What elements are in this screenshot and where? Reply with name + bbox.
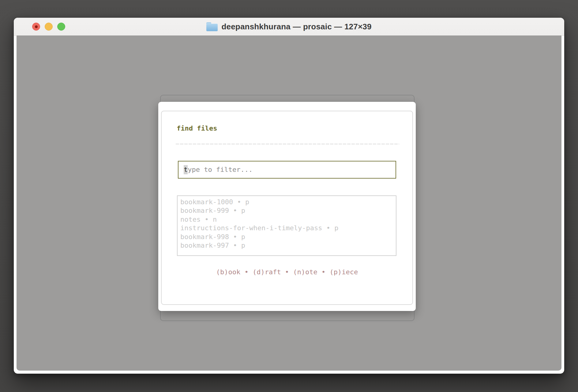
results-list: bookmark-1000 • p bookmark-999 • p notes… [177, 195, 396, 256]
result-row[interactable]: bookmark-998 • p [180, 233, 393, 241]
close-button[interactable] [32, 23, 40, 31]
folder-icon [206, 22, 218, 31]
terminal-window: deepanshkhurana — prosaic — 127×39 find … [14, 18, 564, 374]
window-title: deepanshkhurana — prosaic — 127×39 [221, 22, 371, 31]
folder-icon-body [206, 24, 218, 31]
title-bar[interactable]: deepanshkhurana — prosaic — 127×39 [14, 18, 564, 36]
terminal-screen: find files type to filter... bookmark-10… [17, 35, 561, 371]
result-row[interactable]: bookmark-1000 • p [180, 198, 393, 206]
minimize-button[interactable] [45, 23, 53, 31]
unsaved-changes-dot [35, 25, 38, 28]
desktop-background: deepanshkhurana — prosaic — 127×39 find … [0, 0, 578, 392]
separator-line [176, 144, 399, 144]
modal-title: find files [177, 124, 217, 133]
text-cursor: t [184, 165, 188, 174]
filter-input[interactable]: type to filter... [178, 161, 396, 179]
title-group: deepanshkhurana — prosaic — 127×39 [206, 22, 371, 31]
filter-placeholder: ype to filter... [188, 165, 253, 174]
shortcuts-hint: (b)ook • (d)raft • (n)ote • (p)iece [158, 268, 416, 276]
result-row[interactable]: bookmark-997 • p [180, 241, 393, 250]
window-controls [32, 18, 65, 35]
result-row[interactable]: notes • n [180, 215, 393, 224]
find-files-modal: find files type to filter... bookmark-10… [158, 102, 416, 311]
zoom-button[interactable] [57, 23, 65, 31]
result-row[interactable]: instructions-for-when-i-timely-pass • p [180, 224, 393, 232]
result-row[interactable]: bookmark-999 • p [180, 206, 393, 215]
